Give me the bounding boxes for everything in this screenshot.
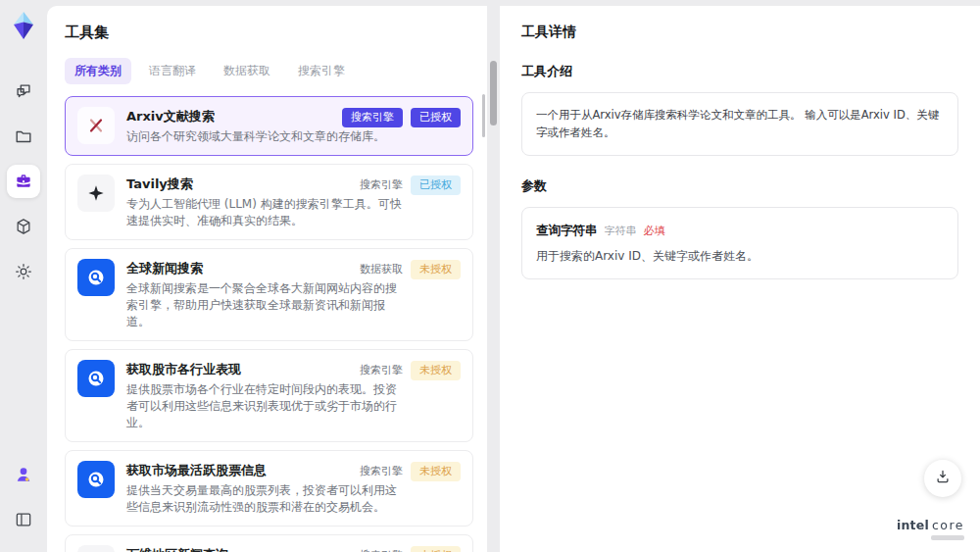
category-tabs: 所有类别语言翻译数据获取搜索引擎	[65, 58, 473, 84]
nav-chat-icon[interactable]	[7, 75, 40, 108]
auth-status-badge: 已授权	[411, 108, 461, 127]
user-avatar[interactable]	[7, 458, 40, 491]
arxiv-icon	[77, 107, 115, 144]
nav-tools-icon[interactable]	[7, 165, 40, 198]
panel-toggle-icon[interactable]	[7, 503, 40, 536]
category-badge: 搜索引擎	[360, 462, 403, 481]
left-rail	[0, 0, 47, 552]
auth-status-badge: 未授权	[411, 462, 461, 481]
category-badge: 搜索引擎	[360, 176, 403, 195]
panel-divider	[487, 6, 500, 552]
tab-all-categories[interactable]: 所有类别	[65, 58, 131, 84]
param-box: 查询字符串 字符串 必填 用于搜索的Arxiv ID、关键字或作者姓名。	[521, 207, 958, 279]
globe-search-icon	[77, 461, 115, 498]
tool-list: Arxiv文献搜索 访问各个研究领域大量科学论文和文章的存储库。 搜索引擎 已授…	[65, 96, 473, 552]
tool-card[interactable]: 万维地区新闻查询 查询具体行政区划内的新闻，快速了解各地新闻动态 搜索引擎 未授…	[65, 534, 473, 552]
auth-status-badge: 未授权	[411, 361, 461, 380]
category-badge: 搜索引擎	[360, 361, 403, 380]
page-title: 工具集	[65, 24, 473, 42]
intro-box: 一个用于从Arxiv存储库搜索科学论文和文章的工具。 输入可以是Arxiv ID…	[521, 92, 958, 156]
intro-heading: 工具介绍	[521, 63, 958, 80]
tool-card[interactable]: 获取股市各行业表现 提供股票市场各个行业在特定时间段内的表现。投资者可以利用这些…	[65, 349, 473, 442]
auth-status-badge: 未授权	[411, 546, 461, 552]
param-type: 字符串	[605, 223, 637, 240]
intel-core-logo: intelcore	[897, 518, 964, 540]
tool-card[interactable]: 全球新闻搜索 全球新闻搜索是一个聚合全球各大新闻网站内容的搜索引擎，帮助用户快速…	[65, 248, 473, 341]
tool-card[interactable]: 获取市场最活跃股票信息 提供当天交易量最高的股票列表，投资者可以利用这些信息来识…	[65, 450, 473, 527]
tool-description: 全球新闻搜索是一个聚合全球各大新闻网站内容的搜索引擎，帮助用户快速获取全球最新资…	[126, 280, 405, 330]
auth-status-badge: 已授权	[411, 176, 461, 195]
category-badge: 搜索引擎	[342, 108, 403, 127]
download-button[interactable]	[924, 460, 961, 497]
nav-files-icon[interactable]	[7, 120, 40, 153]
nav-packages-icon[interactable]	[7, 210, 40, 243]
intel-logo-subbar	[931, 535, 964, 540]
tool-name: 万维地区新闻查询	[126, 545, 397, 552]
detail-title: 工具详情	[521, 24, 958, 41]
params-list: 查询字符串 字符串 必填 用于搜索的Arxiv ID、关键字或作者姓名。	[521, 207, 958, 279]
param-name: 查询字符串	[536, 221, 598, 240]
tool-card[interactable]: Tavily搜索 专为人工智能代理 (LLM) 构建的搜索引擎工具。可快速提供实…	[65, 164, 473, 240]
tool-description: 专为人工智能代理 (LLM) 构建的搜索引擎工具。可快速提供实时、准确和真实的结…	[126, 196, 405, 229]
divider-scrollbar-thumb[interactable]	[490, 61, 497, 125]
category-badge: 数据获取	[360, 260, 403, 279]
globe-search-icon	[77, 259, 115, 296]
params-heading: 参数	[521, 177, 958, 195]
intel-brand-text: intel	[897, 518, 929, 532]
tavily-icon	[77, 175, 115, 212]
app-logo-icon	[8, 10, 39, 41]
tab-data-acquisition[interactable]: 数据获取	[214, 58, 280, 84]
auth-status-badge: 未授权	[411, 260, 461, 279]
category-badge: 搜索引擎	[360, 546, 403, 552]
download-icon	[934, 468, 952, 489]
news-icon	[77, 545, 115, 552]
tab-language-translation[interactable]: 语言翻译	[139, 58, 206, 84]
param-required-flag: 必填	[644, 223, 665, 240]
tool-card[interactable]: Arxiv文献搜索 访问各个研究领域大量科学论文和文章的存储库。 搜索引擎 已授…	[65, 96, 473, 156]
list-scrollbar-thumb[interactable]	[482, 94, 485, 137]
tab-search-engine[interactable]: 搜索引擎	[288, 58, 355, 84]
tool-list-panel: 工具集 所有类别语言翻译数据获取搜索引擎 Arxiv文献搜索 访问各个研究领域大…	[47, 6, 487, 552]
core-brand-text: core	[932, 518, 964, 532]
param-description: 用于搜索的Arxiv ID、关键字或作者姓名。	[536, 247, 944, 266]
nav-settings-icon[interactable]	[7, 255, 40, 288]
tool-detail-panel: 工具详情 工具介绍 一个用于从Arxiv存储库搜索科学论文和文章的工具。 输入可…	[500, 6, 980, 552]
app-window: 工具集 所有类别语言翻译数据获取搜索引擎 Arxiv文献搜索 访问各个研究领域大…	[0, 0, 980, 552]
tool-description: 提供当天交易量最高的股票列表，投资者可以利用这些信息来识别流动性强的股票和潜在的…	[126, 482, 405, 516]
tool-description: 提供股票市场各个行业在特定时间段内的表现。投资者可以利用这些信息来识别表现优于或…	[126, 381, 405, 431]
globe-search-icon	[77, 360, 115, 397]
tool-description: 访问各个研究领域大量科学论文和文章的存储库。	[126, 128, 385, 145]
